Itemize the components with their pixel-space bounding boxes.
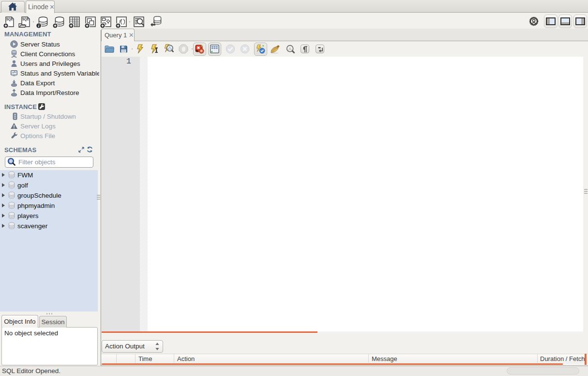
svg-text:A: A [288, 46, 292, 51]
svg-text:SQL: SQL [22, 17, 29, 21]
svg-text:SQL: SQL [6, 17, 13, 21]
